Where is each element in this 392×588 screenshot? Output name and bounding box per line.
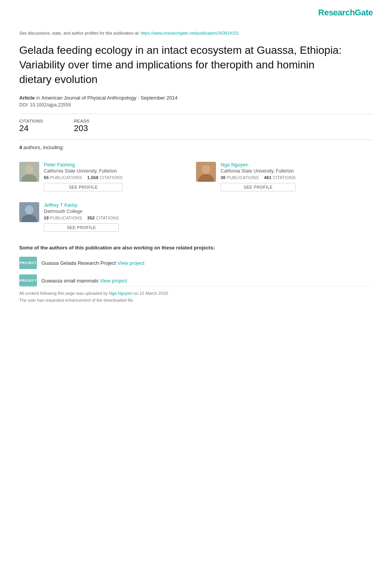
article-journal: American Journal of Physical Anthropolog… xyxy=(42,95,178,101)
doi-line: DOI: 10.1002/ajpa.22559 xyxy=(19,102,373,108)
stats-row: CITATIONS 24 READS 203 xyxy=(19,119,373,133)
author-card-0: Peter Fashing California State Universit… xyxy=(19,156,196,197)
author-name-1[interactable]: Nga Nguyen xyxy=(221,162,296,168)
project-link-0[interactable]: View project xyxy=(117,260,145,266)
svg-point-4 xyxy=(202,165,210,174)
author-info-2: Jeffrey T Kerby Dartmouth College 19 PUB… xyxy=(44,202,119,232)
author-stats-0: 55 PUBLICATIONS 1,558 CITATIONS xyxy=(44,175,123,180)
reads-block: READS 203 xyxy=(74,119,90,133)
article-in-label: in xyxy=(36,95,42,101)
footer-text: All content following this page was uplo… xyxy=(19,290,373,304)
citations-value: 24 xyxy=(19,123,43,133)
footer-uploader-link[interactable]: Nga Nguyen xyxy=(109,291,133,296)
author-stats-1: 30 PUBLICATIONS 461 CITATIONS xyxy=(221,175,296,180)
svg-point-1 xyxy=(25,165,33,174)
reads-label: READS xyxy=(74,119,90,123)
footer-line1-post: on 15 March 2018. xyxy=(134,291,169,296)
researchgate-logo: ResearchGate xyxy=(318,8,373,18)
authors-grid: Peter Fashing California State Universit… xyxy=(19,156,373,237)
footer-bar: All content following this page was uplo… xyxy=(19,286,373,304)
paper-title: Gelada feeding ecology in an intact ecos… xyxy=(19,43,350,86)
author-institution-0: California State University, Fullerton xyxy=(44,168,123,174)
divider-mid xyxy=(19,140,373,140)
project-link-1[interactable]: View project xyxy=(100,278,127,284)
project-name-1: Guwassa small mammals xyxy=(42,278,98,284)
author-info-0: Peter Fashing California State Universit… xyxy=(44,162,123,191)
project-item-1: Project Guwassa small mammals View proje… xyxy=(19,274,373,287)
divider-top xyxy=(19,114,373,114)
author-name-2[interactable]: Jeffrey T Kerby xyxy=(44,202,119,208)
author-stats-2: 19 PUBLICATIONS 352 CITATIONS xyxy=(44,216,119,220)
project-name-0: Guassa Gelada Research Project xyxy=(42,260,116,266)
article-type-label: Article xyxy=(19,95,35,101)
doi-label: DOI: xyxy=(19,102,29,108)
authors-heading: 4 authors, including: xyxy=(19,145,373,150)
authors-heading-text: authors, including: xyxy=(23,145,64,150)
see-discussions-text: See discussions, stats, and author profi… xyxy=(19,31,140,35)
svg-point-7 xyxy=(25,205,33,214)
author-institution-1: California State University, Fullerton xyxy=(221,168,296,174)
author-card-2: Jeffrey T Kerby Dartmouth College 19 PUB… xyxy=(19,197,196,237)
project-item-0: Project Guassa Gelada Research Project V… xyxy=(19,257,373,269)
author-name-0[interactable]: Peter Fashing xyxy=(44,162,123,168)
citations-block: CITATIONS 24 xyxy=(19,119,43,133)
see-profile-button-1[interactable]: SEE PROFILE xyxy=(221,183,296,191)
author-avatar-0 xyxy=(19,162,39,182)
project-text-1: Guwassa small mammals View project xyxy=(42,278,127,284)
related-projects-heading: Some of the authors of this publication … xyxy=(19,245,373,251)
citations-label: CITATIONS xyxy=(19,119,43,123)
see-discussions-bar: See discussions, stats, and author profi… xyxy=(19,31,373,35)
doi-value: 10.1002/ajpa.22559 xyxy=(30,102,71,108)
see-profile-button-2[interactable]: SEE PROFILE xyxy=(44,223,119,232)
project-badge-0: Project xyxy=(19,257,37,269)
publication-link[interactable]: https://www.researchgate.net/publication… xyxy=(141,31,239,35)
project-badge-1: Project xyxy=(19,274,37,287)
footer-line2: The user has requested enhancement of th… xyxy=(19,298,134,302)
project-text-0: Guassa Gelada Research Project View proj… xyxy=(42,260,145,266)
see-profile-button-0[interactable]: SEE PROFILE xyxy=(44,183,123,191)
reads-value: 203 xyxy=(74,123,90,133)
author-avatar-1 xyxy=(196,162,216,182)
authors-count: 4 xyxy=(19,145,22,150)
article-meta: Article in American Journal of Physical … xyxy=(19,95,373,101)
author-institution-2: Dartmouth College xyxy=(44,209,119,214)
author-info-1: Nga Nguyen California State University, … xyxy=(221,162,296,191)
footer-line1-pre: All content following this page was uplo… xyxy=(19,291,108,296)
author-card-1: Nga Nguyen California State University, … xyxy=(196,156,373,197)
author-avatar-2 xyxy=(19,202,39,222)
